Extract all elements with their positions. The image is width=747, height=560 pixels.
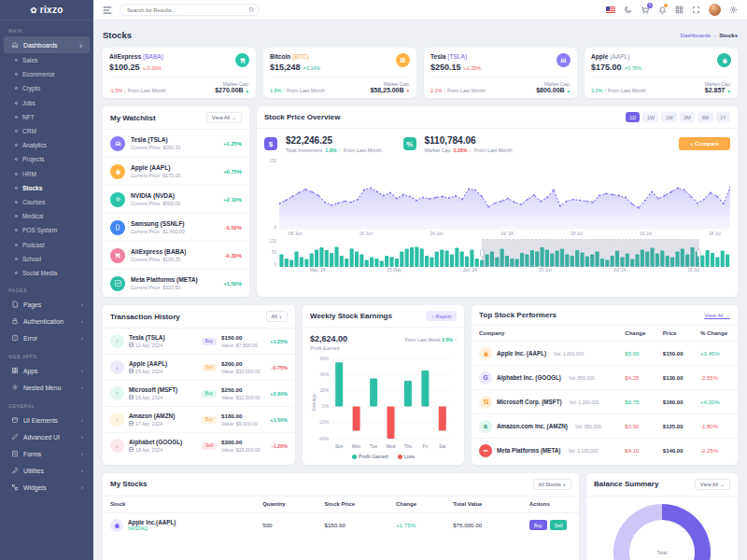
- range-3m[interactable]: 3M: [680, 112, 695, 122]
- performer-row-microsoft[interactable]: Microsoft Corp. (MSFT)Vol: 1,200,000 $6.…: [472, 390, 738, 414]
- performer-row-amazon[interactable]: aAmazon.com Inc. (AMZN)Vol: 950,000 $3.9…: [472, 414, 738, 439]
- search-input[interactable]: [120, 4, 260, 16]
- lock-icon: [10, 317, 19, 326]
- sidebar-item-widgets[interactable]: Widgets›: [4, 479, 90, 496]
- performer-row-meta[interactable]: ∞Meta Platforms (META)Vol: 1,100,000 $4.…: [472, 439, 738, 463]
- transaction-row-alphabet[interactable]: Alphabet (GOOGL)18 Apr, 2024 Sell $300.0…: [103, 433, 295, 458]
- watchlist-pct: +1.50%: [223, 281, 242, 287]
- sidebar-item-ecommerce[interactable]: Ecommerce: [0, 67, 93, 81]
- range-1d[interactable]: 1D: [626, 112, 641, 122]
- range-1m[interactable]: 1M: [661, 112, 676, 122]
- weekly-earnings-card: Weekly Stock Earnings ↑ Report $2,624.00…: [303, 305, 464, 465]
- transaction-row-apple[interactable]: Apple (AAPL)15 Apr, 2024 Sell $200.00Val…: [103, 355, 295, 381]
- sidebar-item-nested-menu[interactable]: Nested Menu›: [4, 379, 90, 396]
- overview-title: Stock Price Overview: [264, 113, 340, 121]
- language-flag-icon[interactable]: [606, 7, 615, 13]
- cart-icon[interactable]: 5: [641, 6, 650, 15]
- col-total-value: Total Value: [445, 497, 522, 513]
- sidebar-item-authentication[interactable]: Authentication›: [4, 313, 90, 329]
- performer-row-apple[interactable]: Apple Inc. (AAPL)Vol: 1,000,000 $5.00 $1…: [472, 342, 738, 366]
- logo[interactable]: ✿ rixzo: [0, 0, 93, 21]
- watchlist-row-nvidia[interactable]: NVIDIA (NVDA)Current Price: $500.00 +2.1…: [103, 186, 249, 214]
- wrench-icon: [10, 467, 19, 475]
- fullscreen-icon[interactable]: [692, 6, 700, 14]
- sidebar-item-courses[interactable]: Courses: [0, 195, 93, 209]
- ticker: (AAPL): [610, 53, 629, 60]
- svg-text:20%: 20%: [320, 388, 329, 393]
- settings-gear-icon[interactable]: [729, 6, 738, 14]
- svg-text:60%: 60%: [320, 356, 329, 360]
- performers-view-all-link[interactable]: View All →: [704, 313, 730, 318]
- sidebar-item-hrm[interactable]: HRM: [0, 167, 93, 181]
- col-stock-price: Stock Price: [317, 497, 388, 513]
- apps-grid-icon[interactable]: [675, 6, 684, 14]
- notifications-bell-icon[interactable]: [658, 6, 667, 15]
- top-performers-card: Top Stock Performers View All → Company …: [472, 305, 738, 465]
- range-6m[interactable]: 6M: [698, 112, 712, 122]
- watchlist-row-meta[interactable]: Meta Platforms (META)Current Price: $320…: [103, 270, 249, 297]
- sidebar-item-school[interactable]: School: [0, 252, 93, 266]
- watchlist-row-samsung[interactable]: Samsung (SSNLF)Current Price: $1,400.00 …: [103, 214, 249, 242]
- sell-button[interactable]: Sell: [550, 520, 568, 530]
- sidebar-item-advanced-ui[interactable]: Advanced UI›: [4, 428, 90, 445]
- sidebar-item-pages[interactable]: Pages›: [4, 296, 90, 313]
- volume-brush-chart[interactable]: [279, 239, 730, 267]
- sidebar-item-ui-elements[interactable]: UI Elements›: [4, 412, 90, 428]
- report-button[interactable]: ↑ Report: [426, 311, 457, 321]
- sidebar-item-error[interactable]: Error›: [4, 329, 90, 346]
- arrow-up-icon: [110, 413, 124, 427]
- watchlist-row-aliexpress[interactable]: AliExpress (BABA)Current Price: $100.25 …: [103, 242, 249, 270]
- eye-icon: [110, 192, 125, 207]
- watchlist-row-apple[interactable]: Apple (AAPL)Current Price: $175.00 +0.75…: [103, 158, 249, 186]
- sidebar-item-jobs[interactable]: Jobs: [0, 96, 93, 110]
- breadcrumb: Dashboards → Stocks: [681, 33, 738, 38]
- calendar-icon: [129, 421, 134, 426]
- sidebar-item-apps[interactable]: Apps›: [4, 362, 90, 379]
- investment-pct: 1.8%: [325, 147, 336, 153]
- donut-center-label: Total: [656, 550, 668, 555]
- sidebar-item-medical[interactable]: Medical: [0, 209, 93, 223]
- stock-name: AliExpress: [109, 53, 141, 60]
- watchlist-view-all-button[interactable]: View All →: [206, 112, 242, 123]
- performer-row-alphabet[interactable]: GAlphabet Inc. (GOOGL)Vol: 850,000 $4.25…: [472, 366, 738, 390]
- buy-button[interactable]: Buy: [529, 520, 547, 530]
- notification-dot: [664, 4, 668, 7]
- month-change: -1.5%: [109, 88, 122, 93]
- market-cap: $2.85T: [705, 87, 731, 93]
- transaction-row-amazon[interactable]: Amazon (AMZN)17 Apr, 2024 Buy $180.00Val…: [103, 407, 295, 433]
- price-change: 0.75%: [624, 65, 641, 71]
- range-1w[interactable]: 1W: [642, 112, 658, 122]
- sidebar-item-crm[interactable]: CRM: [0, 124, 93, 138]
- sidebar-item-projects[interactable]: Projects: [0, 152, 93, 166]
- balance-view-all-button[interactable]: View All →: [695, 479, 730, 490]
- transaction-row-microsoft[interactable]: Microsoft (MSFT)16 Apr, 2024 Buy $250.00…: [103, 381, 295, 407]
- sidebar-item-sales[interactable]: Sales: [0, 53, 93, 67]
- my-stocks-filter-dropdown[interactable]: All Stocks∨: [533, 479, 571, 490]
- sidebar-item-social-media[interactable]: Social Media: [0, 266, 93, 280]
- compare-button[interactable]: + Compare: [679, 137, 730, 150]
- watchlist-row-tesla[interactable]: Tesla (TSLA)Current Price: $250.15 +1.25…: [103, 130, 249, 158]
- transactions-filter-dropdown[interactable]: All∨: [266, 311, 288, 322]
- breadcrumb-dashboards[interactable]: Dashboards: [681, 33, 711, 38]
- sidebar-item-crypto[interactable]: Crypto: [0, 81, 93, 95]
- sidebar-item-analytics[interactable]: Analytics: [0, 138, 93, 152]
- range-1y[interactable]: 1Y: [716, 112, 730, 122]
- avatar[interactable]: [709, 4, 721, 16]
- sidebar-item-stocks[interactable]: Stocks: [0, 181, 93, 195]
- sidebar-item-utilities[interactable]: Utilities›: [4, 462, 90, 479]
- sidebar-item-podcast[interactable]: Podcast: [0, 237, 93, 251]
- transaction-row-tesla[interactable]: Tesla (TSLA)12 Apr, 2024 Buy $150.00Valu…: [103, 329, 295, 355]
- dark-mode-icon[interactable]: [624, 6, 632, 14]
- sidebar-item-dashboards[interactable]: Dashboards ∨: [4, 36, 90, 53]
- menu-toggle-icon[interactable]: [103, 7, 112, 14]
- svg-text:Wed: Wed: [387, 444, 396, 449]
- sidebar-item-pos-system[interactable]: POS System: [0, 223, 93, 237]
- home-icon: [10, 41, 19, 49]
- search-icon[interactable]: [248, 7, 255, 13]
- svg-text:-20%: -20%: [318, 420, 329, 425]
- sidebar-item-forms[interactable]: Forms›: [4, 445, 90, 462]
- sidebar-item-nft[interactable]: NFT: [0, 110, 93, 124]
- performers-title: Top Stock Performers: [479, 311, 557, 319]
- svg-text:0%: 0%: [322, 404, 329, 409]
- arrow-up-icon: [110, 386, 124, 400]
